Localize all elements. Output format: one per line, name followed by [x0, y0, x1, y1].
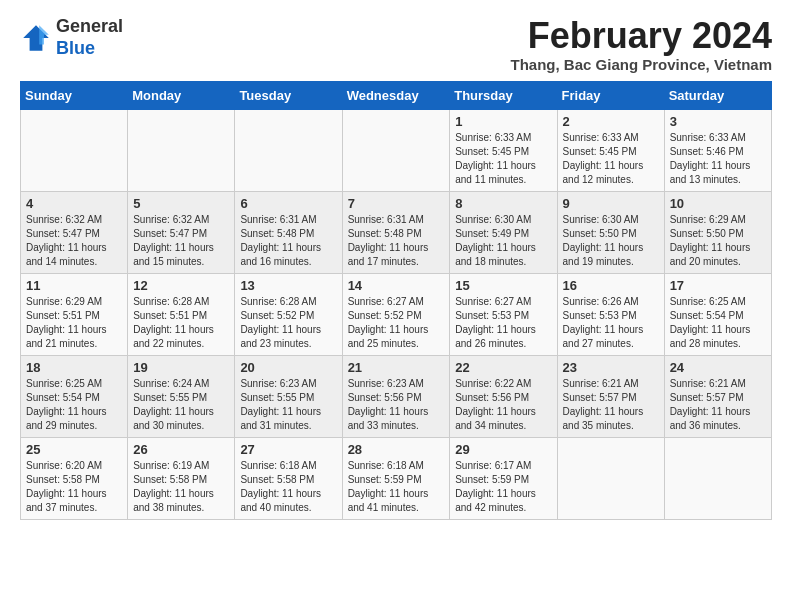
- day-info: Sunrise: 6:33 AM Sunset: 5:45 PM Dayligh…: [563, 131, 659, 187]
- day-number: 12: [133, 278, 229, 293]
- day-number: 9: [563, 196, 659, 211]
- day-number: 19: [133, 360, 229, 375]
- calendar-cell: 16Sunrise: 6:26 AM Sunset: 5:53 PM Dayli…: [557, 273, 664, 355]
- day-info: Sunrise: 6:21 AM Sunset: 5:57 PM Dayligh…: [563, 377, 659, 433]
- day-info: Sunrise: 6:32 AM Sunset: 5:47 PM Dayligh…: [26, 213, 122, 269]
- day-info: Sunrise: 6:32 AM Sunset: 5:47 PM Dayligh…: [133, 213, 229, 269]
- logo-icon: [20, 22, 52, 54]
- day-number: 23: [563, 360, 659, 375]
- calendar-cell: [128, 109, 235, 191]
- calendar-cell: [235, 109, 342, 191]
- calendar-cell: 4Sunrise: 6:32 AM Sunset: 5:47 PM Daylig…: [21, 191, 128, 273]
- day-info: Sunrise: 6:27 AM Sunset: 5:52 PM Dayligh…: [348, 295, 445, 351]
- day-info: Sunrise: 6:28 AM Sunset: 5:51 PM Dayligh…: [133, 295, 229, 351]
- day-number: 6: [240, 196, 336, 211]
- day-header-saturday: Saturday: [664, 81, 771, 109]
- calendar-cell: 17Sunrise: 6:25 AM Sunset: 5:54 PM Dayli…: [664, 273, 771, 355]
- day-info: Sunrise: 6:22 AM Sunset: 5:56 PM Dayligh…: [455, 377, 551, 433]
- day-info: Sunrise: 6:26 AM Sunset: 5:53 PM Dayligh…: [563, 295, 659, 351]
- day-number: 5: [133, 196, 229, 211]
- day-info: Sunrise: 6:30 AM Sunset: 5:50 PM Dayligh…: [563, 213, 659, 269]
- day-info: Sunrise: 6:27 AM Sunset: 5:53 PM Dayligh…: [455, 295, 551, 351]
- calendar-cell: 12Sunrise: 6:28 AM Sunset: 5:51 PM Dayli…: [128, 273, 235, 355]
- calendar-cell: 23Sunrise: 6:21 AM Sunset: 5:57 PM Dayli…: [557, 355, 664, 437]
- calendar-cell: 19Sunrise: 6:24 AM Sunset: 5:55 PM Dayli…: [128, 355, 235, 437]
- calendar-cell: 3Sunrise: 6:33 AM Sunset: 5:46 PM Daylig…: [664, 109, 771, 191]
- calendar-week-3: 11Sunrise: 6:29 AM Sunset: 5:51 PM Dayli…: [21, 273, 772, 355]
- calendar-body: 1Sunrise: 6:33 AM Sunset: 5:45 PM Daylig…: [21, 109, 772, 519]
- calendar-cell: 1Sunrise: 6:33 AM Sunset: 5:45 PM Daylig…: [450, 109, 557, 191]
- calendar-week-4: 18Sunrise: 6:25 AM Sunset: 5:54 PM Dayli…: [21, 355, 772, 437]
- day-number: 10: [670, 196, 766, 211]
- day-info: Sunrise: 6:23 AM Sunset: 5:56 PM Dayligh…: [348, 377, 445, 433]
- calendar-cell: 25Sunrise: 6:20 AM Sunset: 5:58 PM Dayli…: [21, 437, 128, 519]
- day-info: Sunrise: 6:24 AM Sunset: 5:55 PM Dayligh…: [133, 377, 229, 433]
- day-number: 8: [455, 196, 551, 211]
- month-year-title: February 2024: [511, 16, 772, 56]
- day-number: 11: [26, 278, 122, 293]
- logo: General Blue: [20, 16, 123, 59]
- calendar-cell: 9Sunrise: 6:30 AM Sunset: 5:50 PM Daylig…: [557, 191, 664, 273]
- day-number: 18: [26, 360, 122, 375]
- day-number: 15: [455, 278, 551, 293]
- calendar-cell: 13Sunrise: 6:28 AM Sunset: 5:52 PM Dayli…: [235, 273, 342, 355]
- day-info: Sunrise: 6:25 AM Sunset: 5:54 PM Dayligh…: [26, 377, 122, 433]
- day-info: Sunrise: 6:19 AM Sunset: 5:58 PM Dayligh…: [133, 459, 229, 515]
- header-row: SundayMondayTuesdayWednesdayThursdayFrid…: [21, 81, 772, 109]
- day-number: 17: [670, 278, 766, 293]
- day-header-thursday: Thursday: [450, 81, 557, 109]
- calendar-cell: [342, 109, 450, 191]
- calendar-week-1: 1Sunrise: 6:33 AM Sunset: 5:45 PM Daylig…: [21, 109, 772, 191]
- day-number: 27: [240, 442, 336, 457]
- calendar-cell: [21, 109, 128, 191]
- day-number: 14: [348, 278, 445, 293]
- day-number: 24: [670, 360, 766, 375]
- day-info: Sunrise: 6:31 AM Sunset: 5:48 PM Dayligh…: [348, 213, 445, 269]
- calendar-cell: 5Sunrise: 6:32 AM Sunset: 5:47 PM Daylig…: [128, 191, 235, 273]
- day-number: 4: [26, 196, 122, 211]
- day-number: 1: [455, 114, 551, 129]
- day-header-monday: Monday: [128, 81, 235, 109]
- day-info: Sunrise: 6:25 AM Sunset: 5:54 PM Dayligh…: [670, 295, 766, 351]
- day-info: Sunrise: 6:31 AM Sunset: 5:48 PM Dayligh…: [240, 213, 336, 269]
- calendar-cell: 20Sunrise: 6:23 AM Sunset: 5:55 PM Dayli…: [235, 355, 342, 437]
- day-info: Sunrise: 6:21 AM Sunset: 5:57 PM Dayligh…: [670, 377, 766, 433]
- calendar-cell: 22Sunrise: 6:22 AM Sunset: 5:56 PM Dayli…: [450, 355, 557, 437]
- day-header-sunday: Sunday: [21, 81, 128, 109]
- day-number: 2: [563, 114, 659, 129]
- day-number: 3: [670, 114, 766, 129]
- svg-marker-0: [23, 25, 49, 51]
- logo-text: General Blue: [56, 16, 123, 59]
- calendar-cell: 8Sunrise: 6:30 AM Sunset: 5:49 PM Daylig…: [450, 191, 557, 273]
- location-subtitle: Thang, Bac Giang Province, Vietnam: [511, 56, 772, 73]
- day-info: Sunrise: 6:17 AM Sunset: 5:59 PM Dayligh…: [455, 459, 551, 515]
- calendar-cell: 18Sunrise: 6:25 AM Sunset: 5:54 PM Dayli…: [21, 355, 128, 437]
- calendar-cell: [664, 437, 771, 519]
- calendar-cell: [557, 437, 664, 519]
- day-info: Sunrise: 6:33 AM Sunset: 5:45 PM Dayligh…: [455, 131, 551, 187]
- day-number: 29: [455, 442, 551, 457]
- day-info: Sunrise: 6:23 AM Sunset: 5:55 PM Dayligh…: [240, 377, 336, 433]
- day-info: Sunrise: 6:29 AM Sunset: 5:50 PM Dayligh…: [670, 213, 766, 269]
- calendar-cell: 27Sunrise: 6:18 AM Sunset: 5:58 PM Dayli…: [235, 437, 342, 519]
- day-number: 22: [455, 360, 551, 375]
- day-info: Sunrise: 6:29 AM Sunset: 5:51 PM Dayligh…: [26, 295, 122, 351]
- calendar-header: SundayMondayTuesdayWednesdayThursdayFrid…: [21, 81, 772, 109]
- calendar-cell: 14Sunrise: 6:27 AM Sunset: 5:52 PM Dayli…: [342, 273, 450, 355]
- day-info: Sunrise: 6:33 AM Sunset: 5:46 PM Dayligh…: [670, 131, 766, 187]
- calendar-cell: 2Sunrise: 6:33 AM Sunset: 5:45 PM Daylig…: [557, 109, 664, 191]
- title-section: February 2024 Thang, Bac Giang Province,…: [511, 16, 772, 73]
- calendar-cell: 26Sunrise: 6:19 AM Sunset: 5:58 PM Dayli…: [128, 437, 235, 519]
- calendar-cell: 21Sunrise: 6:23 AM Sunset: 5:56 PM Dayli…: [342, 355, 450, 437]
- day-info: Sunrise: 6:28 AM Sunset: 5:52 PM Dayligh…: [240, 295, 336, 351]
- day-number: 16: [563, 278, 659, 293]
- day-number: 7: [348, 196, 445, 211]
- calendar-cell: 29Sunrise: 6:17 AM Sunset: 5:59 PM Dayli…: [450, 437, 557, 519]
- calendar-cell: 15Sunrise: 6:27 AM Sunset: 5:53 PM Dayli…: [450, 273, 557, 355]
- svg-marker-1: [39, 25, 49, 44]
- day-header-tuesday: Tuesday: [235, 81, 342, 109]
- day-header-friday: Friday: [557, 81, 664, 109]
- day-number: 13: [240, 278, 336, 293]
- day-number: 25: [26, 442, 122, 457]
- calendar-cell: 28Sunrise: 6:18 AM Sunset: 5:59 PM Dayli…: [342, 437, 450, 519]
